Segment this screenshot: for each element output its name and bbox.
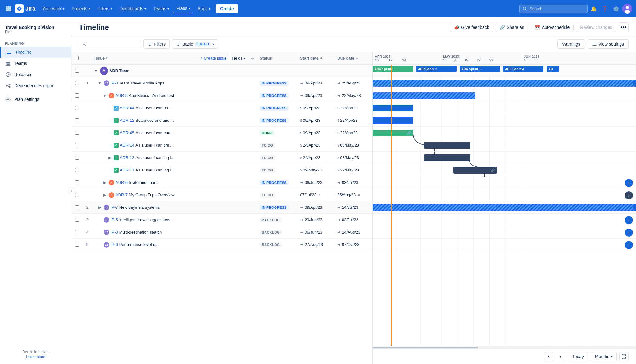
table-row[interactable]: ✓ ADR-14 As a user I can cre... TO DO S2… [71,139,372,152]
warnings-button[interactable]: Warnings [557,39,585,49]
nav-projects[interactable]: Projects ▾ [69,4,93,13]
prev-button[interactable]: ‹ [544,352,553,361]
svg-point-22 [9,86,11,88]
gantt-row-adr14 [373,139,636,152]
sidebar-item-timeline[interactable]: Timeline [0,47,71,58]
row-checkbox[interactable] [75,205,79,209]
logo[interactable]: Jira [15,4,35,13]
gantt-scrollbar-thumb[interactable] [373,347,478,348]
releases-icon [5,71,11,78]
gantt-bar-adr44[interactable] [373,105,413,111]
table-row[interactable]: ✓ ADR-12 Setup dev and and ... IN PROGRE… [71,114,372,127]
gantt-bar-adr5[interactable] [373,92,475,99]
give-feedback-button[interactable]: 📣 Give feedback [450,23,493,32]
due-date: ➜03/Jul/23 [335,180,372,185]
row-checkbox[interactable] [75,230,79,234]
sidebar-item-settings[interactable]: Plan settings [0,94,71,105]
today-button[interactable]: Today [568,352,588,361]
select-all-checkbox[interactable] [75,56,79,60]
table-row[interactable]: ▼ A ADR-5 App Basics - Android test IN P… [71,89,372,102]
expand-toggle[interactable]: ▶ [102,192,107,198]
gantt-bar-ip7[interactable]: › [373,204,636,211]
nav-filters[interactable]: Filters ▾ [94,4,115,13]
months-dropdown[interactable]: Months ▾ [591,352,617,361]
notifications-button[interactable]: 🔔 [589,4,599,14]
nav-teams[interactable]: Teams ▾ [150,4,172,13]
table-row[interactable]: 1 ▼ LE IP-8 Team Travel Mobile Apps IN P… [71,77,372,89]
table-row[interactable]: 3 LE IP-5 Intelligent travel suggestions… [71,214,372,226]
gantt-bar-adr14[interactable] [424,142,470,149]
table-row[interactable]: ▶ A ADR-6 Invite and share IN PROGRESS ➜… [71,176,372,189]
fields-button[interactable]: Fields ▾ [229,52,248,64]
review-changes-button[interactable]: Review changes [576,23,616,32]
row-checkbox[interactable] [75,131,79,135]
expand-toggle[interactable]: ▶ [107,155,112,161]
row-checkbox[interactable] [75,180,79,184]
row-checkbox[interactable] [75,168,79,172]
help-button[interactable]: ❓ [600,4,610,14]
expand-toggle[interactable]: ▶ [97,205,102,210]
nav-dashboards[interactable]: Dashboards ▾ [116,4,149,13]
gantt-bar-adr11[interactable]: 🔗 [453,167,497,174]
gantt-bar-adr12[interactable] [373,117,413,124]
create-issue-button[interactable]: + Create issue [198,55,229,62]
row-checkbox[interactable] [75,218,79,222]
gantt-arrow-adr6[interactable]: › [625,179,633,187]
table-row[interactable]: ✓ ADR-44 As a user I can up... IN PROGRE… [71,102,372,114]
svg-rect-3 [6,8,8,10]
nav-apps[interactable]: Apps ▾ [194,4,213,13]
table-row[interactable]: 4 LE IP-3 Multi-destination search BACKL… [71,226,372,239]
gantt-arrow-ip3[interactable]: › [625,229,633,237]
expand-toggle[interactable]: ▶ [102,180,107,185]
row-checkbox[interactable] [75,156,79,160]
next-button[interactable]: › [556,352,565,361]
more-actions-button[interactable]: ••• [619,22,629,32]
create-button[interactable]: Create [216,4,238,13]
search-input[interactable] [88,42,138,47]
nav-your-work[interactable]: Your work ▾ [39,4,67,13]
table-row[interactable]: 2 ▶ LE IP-7 New payment systems IN PROGR… [71,201,372,214]
expand-toggle[interactable]: ▼ [97,80,102,86]
search-input-box[interactable] [79,40,141,48]
fullscreen-button[interactable] [619,352,629,361]
expand-toggle[interactable]: ▼ [102,93,107,98]
row-checkbox[interactable] [75,143,79,147]
row-checkbox[interactable] [75,193,79,197]
gantt-scrollbar[interactable] [373,346,636,348]
share-as-button[interactable]: 🔗 Share as [496,23,528,32]
row-checkbox[interactable] [75,118,79,122]
table-row[interactable]: ▶ A ADR-7 My Group Trips Overview TO DO … [71,189,372,201]
gantt-arrow-ip5[interactable]: › [625,216,633,224]
view-mode-button[interactable]: Basic EDITED ▾ [172,39,218,49]
filters-button[interactable]: Filters [143,39,170,49]
row-checkbox[interactable] [75,93,79,98]
gantt-bar-ip8[interactable]: › [373,80,636,87]
table-row[interactable]: ▶ ✓ ADR-13 As a user I can log i... TO D… [71,152,372,164]
row-checkbox[interactable] [75,243,79,247]
row-checkbox[interactable] [75,81,79,85]
sidebar-collapse-button[interactable]: ‹ [68,187,75,194]
table-row[interactable]: 5 LE IP-6 Performance level-up BACKLOG ➜… [71,239,372,251]
row-checkbox[interactable] [75,69,79,73]
user-avatar[interactable] [622,4,632,14]
gantt-bar-adr13[interactable] [424,154,470,161]
gantt-arrow-ip6[interactable]: › [625,241,633,249]
nav-plans[interactable]: Plans ▾ [173,4,193,13]
expand-columns-button[interactable]: ↔ [248,56,257,61]
grid-icon[interactable] [4,4,14,14]
table-row[interactable]: ✓ ADR-11 As a user I can log i... TO DO … [71,164,372,176]
due-date: S08/May/23 [335,155,372,160]
gantt-bar-adr45[interactable]: 🔗 [373,130,413,136]
table-row[interactable]: ✓ ADR-45 As a user I can ena... DONE S09… [71,127,372,139]
view-settings-button[interactable]: View settings [588,39,629,49]
sidebar-item-releases[interactable]: Releases [0,69,71,80]
expand-toggle[interactable]: ▼ [93,68,99,74]
sidebar-item-dependencies[interactable]: Dependencies report [0,80,71,91]
auto-schedule-button[interactable]: 📅 Auto-schedule [531,23,574,32]
settings-button[interactable]: ⚙️ [611,4,621,14]
search-box[interactable]: Search [519,5,588,13]
sidebar-item-teams[interactable]: Teams [0,58,71,69]
table-row[interactable]: ▼ A ADR Team [71,65,372,77]
gantt-arrow-adr7[interactable]: › [625,191,633,199]
row-checkbox[interactable] [75,106,79,110]
